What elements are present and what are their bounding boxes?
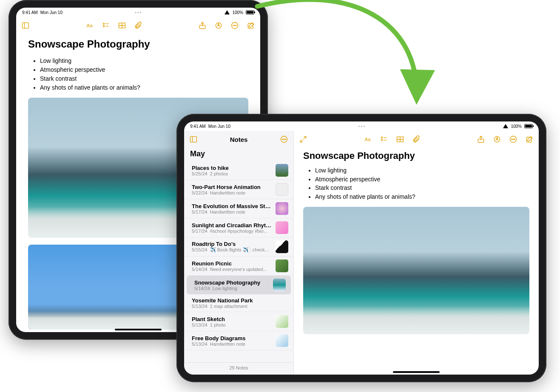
table-icon[interactable] xyxy=(396,135,404,144)
svg-text:Aa: Aa xyxy=(87,23,93,28)
note-item-title: Yosemite National Park xyxy=(192,297,288,304)
note-list-item[interactable]: Plant Sketch5/13/241 photo xyxy=(184,312,293,331)
bullet-item: Stark contrast xyxy=(315,184,529,192)
note-item-meta: 5/22/24Handwritten note xyxy=(192,190,272,195)
note-item-title: Sunlight and Circadian Rhyth... xyxy=(192,222,272,228)
sidebar-toggle-icon[interactable] xyxy=(189,135,198,144)
note-item-thumb xyxy=(273,279,286,291)
svg-point-34 xyxy=(512,139,512,140)
note-list-item[interactable]: Sunlight and Circadian Rhyth...5/17/24#s… xyxy=(184,218,293,237)
note-title: Snowscape Photography xyxy=(303,149,529,162)
sidebar-title: Notes xyxy=(230,136,248,143)
note-item-thumb xyxy=(276,315,288,328)
more-icon[interactable] xyxy=(230,21,239,30)
bullet-item: Any shots of native plants or animals? xyxy=(40,84,248,92)
note-item-thumb xyxy=(276,334,288,347)
sidebar-more-icon[interactable] xyxy=(280,135,288,144)
note-bullets: Low lighting Atmospheric perspective Sta… xyxy=(303,166,529,201)
note-item-title: Roadtrip To Do's xyxy=(192,241,272,247)
note-bullets: Low lighting Atmospheric perspective Sta… xyxy=(28,57,248,92)
battery-pct: 100% xyxy=(232,10,243,15)
svg-rect-17 xyxy=(190,136,197,142)
note-list-item[interactable]: Free Body Diagrams5/13/24Handwritten not… xyxy=(184,331,293,350)
svg-point-20 xyxy=(282,139,283,140)
format-icon[interactable]: Aa xyxy=(364,135,372,144)
note-item-thumb xyxy=(276,240,288,253)
status-date: Mon Jun 10 xyxy=(40,10,63,15)
note-item-meta: 5/15/24✈️ Book flights ✈️ : check... xyxy=(192,247,272,253)
note-body-landscape[interactable]: Snowscape Photography Low lighting Atmos… xyxy=(294,148,539,375)
note-item-title: Plant Sketch xyxy=(192,316,272,322)
wifi-icon xyxy=(503,124,508,128)
svg-point-26 xyxy=(381,139,382,141)
attach-icon[interactable] xyxy=(412,135,421,144)
battery-icon xyxy=(246,10,254,14)
note-item-title: Snowscape Photography xyxy=(194,279,270,286)
note-item-meta: 5/14/24Need everyone's updated... xyxy=(192,267,272,272)
more-icon[interactable] xyxy=(509,135,517,144)
note-item-thumb xyxy=(276,221,288,234)
multitask-pill[interactable] xyxy=(358,126,365,127)
format-icon[interactable]: Aa xyxy=(85,21,94,30)
wifi-icon xyxy=(225,10,230,14)
attach-icon[interactable] xyxy=(134,21,142,30)
note-item-meta: 5/13/24Handwritten note xyxy=(192,341,272,347)
expand-icon[interactable] xyxy=(299,135,307,144)
screen-landscape: 9:41 AM Mon Jun 10 100% Notes M xyxy=(184,121,539,375)
svg-text:Aa: Aa xyxy=(365,136,371,142)
share-icon[interactable] xyxy=(198,21,207,30)
bullet-item: Any shots of native plants or animals? xyxy=(315,193,529,201)
svg-point-21 xyxy=(284,139,284,140)
multitask-pill[interactable] xyxy=(135,12,142,13)
note-item-meta: 5/17/24Handwritten note xyxy=(192,209,272,214)
sidebar-footer: 29 Notes xyxy=(184,362,293,375)
table-icon[interactable] xyxy=(118,21,126,30)
note-title: Snowscape Photography xyxy=(28,37,248,51)
status-time: 9:41 AM xyxy=(190,124,206,129)
sidebar-toggle-icon[interactable] xyxy=(21,21,30,30)
svg-point-22 xyxy=(285,139,286,140)
bullet-item: Atmospheric perspective xyxy=(40,66,248,74)
note-list-item[interactable]: Roadtrip To Do's5/15/24✈️ Book flights ✈… xyxy=(184,237,293,257)
ipad-landscape: 9:41 AM Mon Jun 10 100% Notes M xyxy=(176,114,546,382)
note-list-item[interactable]: Places to hike5/25/242 photos xyxy=(184,161,293,180)
note-list-item[interactable]: Two-Part Horse Animation5/22/24Handwritt… xyxy=(184,180,293,199)
svg-point-36 xyxy=(515,139,515,140)
note-item-title: The Evolution of Massive Star... xyxy=(192,203,272,209)
note-item-title: Free Body Diagrams xyxy=(192,335,272,341)
compose-icon[interactable] xyxy=(525,135,534,144)
note-item-thumb xyxy=(276,202,288,215)
note-item-meta: 5/25/242 photos xyxy=(192,171,272,176)
bullet-item: Low lighting xyxy=(40,57,248,65)
note-list-item[interactable]: Yosemite National Park5/13/241 map attac… xyxy=(184,294,293,312)
note-item-thumb xyxy=(276,164,288,177)
status-date: Mon Jun 10 xyxy=(208,124,230,129)
note-list-item[interactable]: Reunion Picnic5/14/24Need everyone's upd… xyxy=(184,257,293,276)
svg-point-35 xyxy=(513,139,514,140)
note-photo-1[interactable] xyxy=(303,207,529,334)
sidebar-header: Notes xyxy=(184,131,293,148)
svg-point-5 xyxy=(103,25,104,27)
note-item-meta: 5/17/24#school #psychology #bio... xyxy=(192,228,272,234)
note-item-title: Two-Part Horse Animation xyxy=(192,184,272,190)
checklist-icon[interactable] xyxy=(102,21,110,30)
home-indicator[interactable] xyxy=(393,371,440,373)
markup-icon[interactable] xyxy=(493,135,501,144)
share-icon[interactable] xyxy=(477,135,485,144)
note-main: Aa xyxy=(294,131,539,375)
note-item-title: Reunion Picnic xyxy=(192,260,272,267)
note-item-meta: 5/14/24Low lighting xyxy=(194,286,270,291)
note-list-item[interactable]: The Evolution of Massive Star...5/17/24H… xyxy=(184,199,293,218)
status-time: 9:41 AM xyxy=(22,10,38,15)
checklist-icon[interactable] xyxy=(380,135,388,144)
battery-icon xyxy=(524,124,533,128)
svg-point-24 xyxy=(381,137,382,138)
markup-icon[interactable] xyxy=(214,21,223,30)
note-item-thumb xyxy=(276,259,288,272)
svg-rect-0 xyxy=(23,23,29,28)
note-item-thumb xyxy=(276,183,288,196)
home-indicator[interactable] xyxy=(115,329,162,330)
notes-sidebar: Notes May Places to hike5/25/242 photosT… xyxy=(184,131,294,375)
note-list-item[interactable]: Snowscape Photography5/14/24Low lighting xyxy=(187,276,291,294)
compose-icon[interactable] xyxy=(247,21,255,30)
